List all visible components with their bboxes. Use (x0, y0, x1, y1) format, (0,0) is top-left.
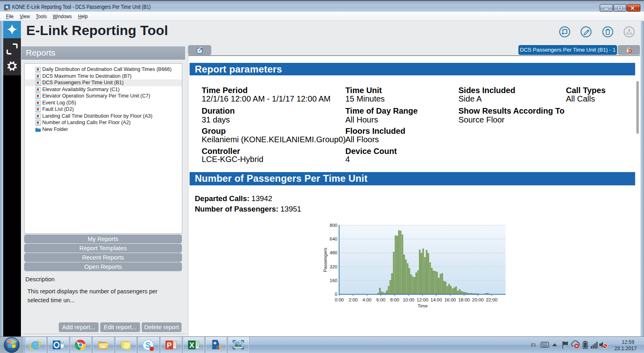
svg-text:12:00: 12:00 (417, 297, 428, 302)
svg-text:14:00: 14:00 (431, 297, 442, 302)
svg-text:16:00: 16:00 (444, 297, 456, 302)
svg-text:2:00: 2:00 (349, 297, 357, 302)
svg-text:640: 640 (330, 237, 337, 241)
svg-text:320: 320 (330, 264, 337, 269)
svg-text:23.1.2017: 23.1.2017 (614, 346, 637, 351)
svg-text:Passengers: Passengers (323, 247, 328, 272)
svg-text:12:59: 12:59 (622, 339, 634, 345)
svg-text:800: 800 (330, 223, 337, 228)
svg-text:480: 480 (330, 250, 337, 255)
svg-text:10:00: 10:00 (403, 297, 415, 302)
svg-text:160: 160 (330, 278, 337, 283)
svg-text:X: X (189, 341, 194, 349)
svg-text:0:00: 0:00 (335, 297, 344, 302)
svg-text:22:00: 22:00 (486, 297, 497, 302)
svg-text:4:00: 4:00 (363, 297, 372, 302)
svg-text:8:00: 8:00 (390, 297, 399, 302)
svg-text:FI: FI (531, 342, 536, 348)
svg-text:P: P (167, 341, 171, 349)
svg-text:18:00: 18:00 (458, 297, 470, 302)
svg-text:6:00: 6:00 (376, 297, 385, 302)
svg-text:0: 0 (335, 292, 337, 297)
svg-text:20:00: 20:00 (472, 297, 484, 302)
svg-text:Time: Time (417, 303, 427, 308)
